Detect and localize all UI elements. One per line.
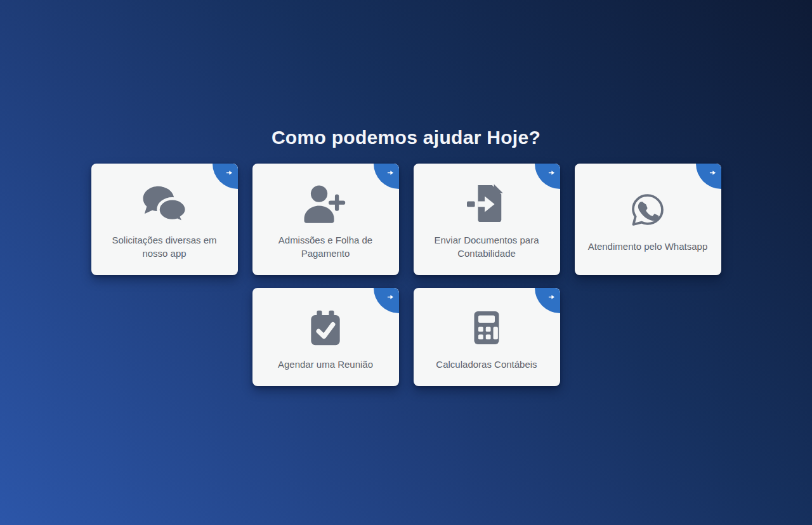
card-label: Calculadoras Contábeis xyxy=(436,358,537,371)
calculator-icon xyxy=(470,308,503,348)
arrow-right-icon xyxy=(386,293,395,301)
person-add-icon xyxy=(301,183,350,224)
card-atendimento-whatsapp[interactable]: Atendimento pelo Whatsapp xyxy=(575,164,721,275)
card-label: Enviar Documentos para Contabilidade xyxy=(424,233,550,260)
card-admissoes-folha[interactable]: Admissões e Folha de Pagamento xyxy=(252,164,399,275)
arrow-right-icon xyxy=(709,169,717,177)
arrow-right-icon xyxy=(225,169,233,177)
card-label: Admissões e Folha de Pagamento xyxy=(263,233,389,260)
page-title: Como podemos ajudar Hoje? xyxy=(272,127,540,148)
chat-bubbles-icon xyxy=(140,183,188,224)
cards-row-1: Solicitações diversas em nosso app Admis… xyxy=(91,164,721,275)
card-enviar-documentos[interactable]: Enviar Documentos para Contabilidade xyxy=(414,164,560,275)
calendar-check-icon xyxy=(307,308,344,348)
card-agendar-reuniao[interactable]: Agendar uma Reunião xyxy=(252,288,399,386)
card-label: Solicitações diversas em nosso app xyxy=(102,233,228,260)
corner-badge xyxy=(374,288,399,313)
card-label: Atendimento pelo Whatsapp xyxy=(588,240,707,253)
cards-row-2: Agendar uma Reunião Calcul xyxy=(252,288,560,386)
corner-badge xyxy=(535,164,560,189)
file-arrow-right-icon xyxy=(467,183,506,224)
card-label: Agendar uma Reunião xyxy=(278,358,373,371)
arrow-right-icon xyxy=(386,169,395,177)
corner-badge xyxy=(213,164,238,189)
corner-badge xyxy=(374,164,399,189)
main-content: Como podemos ajudar Hoje? Solicitações d… xyxy=(0,0,812,386)
card-solicitacoes-app[interactable]: Solicitações diversas em nosso app xyxy=(91,164,238,275)
arrow-right-icon xyxy=(547,169,556,177)
corner-badge xyxy=(696,164,721,189)
whatsapp-icon xyxy=(629,190,667,230)
card-calculadoras-contabeis[interactable]: Calculadoras Contábeis xyxy=(414,288,560,386)
arrow-right-icon xyxy=(547,293,556,301)
corner-badge xyxy=(535,288,560,313)
